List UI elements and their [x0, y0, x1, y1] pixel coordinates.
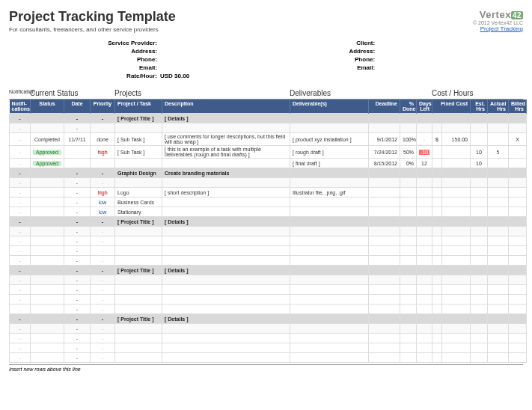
table-row[interactable]: --lowBusiness Cards — [10, 198, 527, 207]
table-row[interactable]: --- — [10, 334, 527, 343]
label-client-phone: Phone: — [324, 55, 378, 64]
label-rate: Rate/Hour: — [106, 72, 160, 80]
col-task: Project / Task — [115, 100, 162, 114]
col-priority: Priority — [91, 100, 115, 114]
table-row[interactable]: ---Graphic DesignCreate branding materia… — [10, 168, 527, 178]
label-provider-phone: Phone: — [106, 55, 160, 64]
table-row[interactable]: --- — [10, 236, 527, 246]
label-client-email: Email: — [324, 64, 378, 72]
table-row[interactable]: --- — [10, 353, 527, 363]
table-row[interactable]: ---[ Project Title ][ Details ] — [10, 314, 527, 324]
section-projects: Projects — [114, 88, 290, 99]
col-status: Status — [31, 100, 64, 114]
col-notif: Notifi-cations — [10, 100, 31, 114]
table-row[interactable]: --- — [10, 324, 527, 334]
section-deliverables: Deliverables — [290, 88, 432, 99]
section-notification: Notification — [9, 88, 30, 99]
label-provider-address: Address: — [106, 47, 160, 55]
page-title: Project Tracking Template — [9, 9, 176, 25]
footer-note: Insert new rows above this line — [9, 364, 523, 372]
rate-value: USD 30.00 — [160, 72, 189, 80]
table-row[interactable]: --- — [10, 227, 527, 236]
col-date: Date — [64, 100, 91, 114]
table-row[interactable]: --- — [10, 123, 527, 133]
col-actual-hrs: Actual Hrs — [488, 100, 509, 114]
table-row[interactable]: ---[ Project Title ][ Details ] — [10, 114, 527, 123]
table-row[interactable]: -Approved[ final draft ]8/15/20120%1210 — [10, 159, 527, 168]
col-description: Description — [162, 100, 290, 114]
column-headers: Notifi-cations Status Date Priority Proj… — [10, 100, 527, 114]
table-row[interactable]: -Completed11/7/11done[ Sub Task ][ use c… — [10, 133, 527, 146]
vertex-logo: Vertex42 — [473, 9, 523, 20]
table-row[interactable]: ---[ Project Title ][ Details ] — [10, 217, 527, 227]
page-subtitle: For consultants, freelancers, and other … — [9, 26, 176, 33]
col-done: % Done — [400, 100, 417, 114]
tracking-table: Notifi-cations Status Date Priority Proj… — [9, 100, 527, 363]
section-status: Current Status — [30, 88, 114, 99]
table-row[interactable]: --highLogo[ short description ]Illustrat… — [10, 188, 527, 198]
table-row[interactable]: --lowStationary — [10, 207, 527, 217]
table-row[interactable]: --- — [10, 178, 527, 188]
copyright-text: © 2012 Vertex42 LLC — [473, 20, 523, 25]
col-days: Days Left — [417, 100, 432, 114]
table-row[interactable]: --- — [10, 246, 527, 256]
table-row[interactable]: --- — [10, 305, 527, 314]
table-row[interactable]: --- — [10, 275, 527, 285]
provider-info: Service Provider: Address: Phone: Email:… — [106, 39, 189, 80]
project-tracking-link[interactable]: Project Tracking — [473, 25, 523, 32]
col-deliverable: Deliverable(s) — [290, 100, 369, 114]
label-client-address: Address: — [324, 47, 378, 55]
table-row[interactable]: -Approvedhigh[ Sub Task ][ this is an ex… — [10, 146, 527, 159]
table-row[interactable]: --- — [10, 295, 527, 305]
table-row[interactable]: ---[ Project Title ][ Details ] — [10, 266, 527, 275]
label-service-provider: Service Provider: — [106, 39, 160, 47]
table-row[interactable]: --- — [10, 343, 527, 353]
col-est-hrs: Est. Hrs — [471, 100, 488, 114]
section-headers: Notification Current Status Projects Del… — [9, 88, 523, 100]
client-info: Client: Address: Phone: Email: — [324, 39, 378, 80]
table-row[interactable]: --- — [10, 256, 527, 266]
table-row[interactable]: --- — [10, 285, 527, 295]
section-cost: Cost / Hours — [432, 88, 522, 99]
label-client: Client: — [324, 39, 378, 47]
col-fixed-cost: Fixed Cost — [432, 100, 471, 114]
col-billed-hrs: Billed Hrs — [509, 100, 527, 114]
col-deadline: Deadline — [369, 100, 400, 114]
label-provider-email: Email: — [106, 64, 160, 72]
